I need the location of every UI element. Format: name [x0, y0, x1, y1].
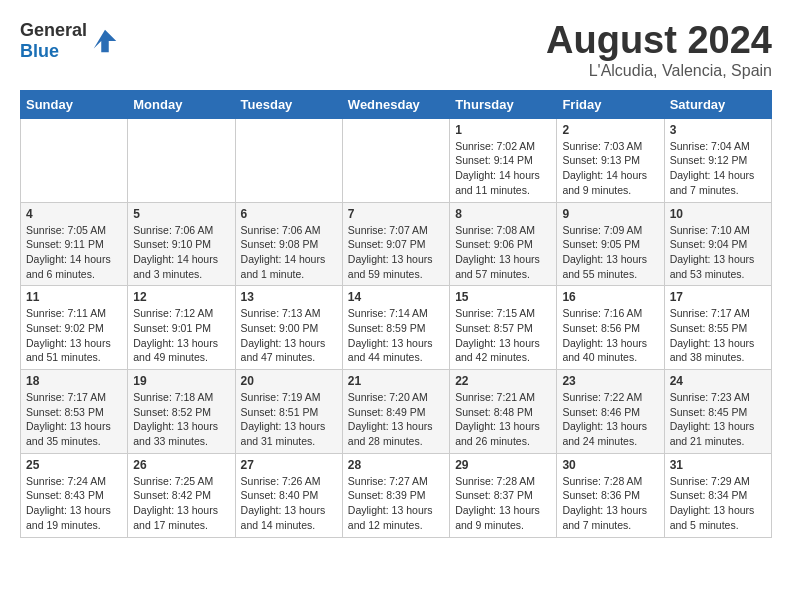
day-info: Sunrise: 7:10 AMSunset: 9:04 PMDaylight:…	[670, 223, 766, 282]
location-title: L'Alcudia, Valencia, Spain	[546, 62, 772, 80]
day-number: 17	[670, 290, 766, 304]
day-cell	[342, 118, 449, 202]
day-info: Sunrise: 7:28 AMSunset: 8:36 PMDaylight:…	[562, 474, 658, 533]
day-info: Sunrise: 7:26 AMSunset: 8:40 PMDaylight:…	[241, 474, 337, 533]
day-info: Sunrise: 7:28 AMSunset: 8:37 PMDaylight:…	[455, 474, 551, 533]
day-cell: 5Sunrise: 7:06 AMSunset: 9:10 PMDaylight…	[128, 202, 235, 286]
week-row-5: 25Sunrise: 7:24 AMSunset: 8:43 PMDayligh…	[21, 453, 772, 537]
logo: General Blue	[20, 20, 120, 62]
day-number: 6	[241, 207, 337, 221]
day-info: Sunrise: 7:06 AMSunset: 9:10 PMDaylight:…	[133, 223, 229, 282]
day-cell: 7Sunrise: 7:07 AMSunset: 9:07 PMDaylight…	[342, 202, 449, 286]
day-cell: 28Sunrise: 7:27 AMSunset: 8:39 PMDayligh…	[342, 453, 449, 537]
day-info: Sunrise: 7:04 AMSunset: 9:12 PMDaylight:…	[670, 139, 766, 198]
header-row: SundayMondayTuesdayWednesdayThursdayFrid…	[21, 90, 772, 118]
day-cell: 29Sunrise: 7:28 AMSunset: 8:37 PMDayligh…	[450, 453, 557, 537]
day-info: Sunrise: 7:11 AMSunset: 9:02 PMDaylight:…	[26, 306, 122, 365]
day-info: Sunrise: 7:23 AMSunset: 8:45 PMDaylight:…	[670, 390, 766, 449]
day-cell: 25Sunrise: 7:24 AMSunset: 8:43 PMDayligh…	[21, 453, 128, 537]
day-info: Sunrise: 7:29 AMSunset: 8:34 PMDaylight:…	[670, 474, 766, 533]
day-cell: 13Sunrise: 7:13 AMSunset: 9:00 PMDayligh…	[235, 286, 342, 370]
day-info: Sunrise: 7:13 AMSunset: 9:00 PMDaylight:…	[241, 306, 337, 365]
day-info: Sunrise: 7:03 AMSunset: 9:13 PMDaylight:…	[562, 139, 658, 198]
day-number: 25	[26, 458, 122, 472]
logo-general: General	[20, 20, 87, 40]
day-info: Sunrise: 7:19 AMSunset: 8:51 PMDaylight:…	[241, 390, 337, 449]
month-title: August 2024	[546, 20, 772, 62]
day-cell	[21, 118, 128, 202]
day-number: 15	[455, 290, 551, 304]
day-info: Sunrise: 7:17 AMSunset: 8:55 PMDaylight:…	[670, 306, 766, 365]
col-header-saturday: Saturday	[664, 90, 771, 118]
day-number: 10	[670, 207, 766, 221]
day-number: 1	[455, 123, 551, 137]
day-info: Sunrise: 7:22 AMSunset: 8:46 PMDaylight:…	[562, 390, 658, 449]
day-number: 29	[455, 458, 551, 472]
day-cell: 22Sunrise: 7:21 AMSunset: 8:48 PMDayligh…	[450, 370, 557, 454]
day-cell: 26Sunrise: 7:25 AMSunset: 8:42 PMDayligh…	[128, 453, 235, 537]
day-cell: 6Sunrise: 7:06 AMSunset: 9:08 PMDaylight…	[235, 202, 342, 286]
col-header-thursday: Thursday	[450, 90, 557, 118]
day-info: Sunrise: 7:08 AMSunset: 9:06 PMDaylight:…	[455, 223, 551, 282]
week-row-1: 1Sunrise: 7:02 AMSunset: 9:14 PMDaylight…	[21, 118, 772, 202]
day-number: 28	[348, 458, 444, 472]
day-info: Sunrise: 7:06 AMSunset: 9:08 PMDaylight:…	[241, 223, 337, 282]
logo-blue: Blue	[20, 41, 59, 61]
day-number: 22	[455, 374, 551, 388]
day-cell: 21Sunrise: 7:20 AMSunset: 8:49 PMDayligh…	[342, 370, 449, 454]
day-cell: 19Sunrise: 7:18 AMSunset: 8:52 PMDayligh…	[128, 370, 235, 454]
title-area: August 2024 L'Alcudia, Valencia, Spain	[546, 20, 772, 80]
col-header-sunday: Sunday	[21, 90, 128, 118]
day-number: 31	[670, 458, 766, 472]
day-number: 13	[241, 290, 337, 304]
day-info: Sunrise: 7:09 AMSunset: 9:05 PMDaylight:…	[562, 223, 658, 282]
week-row-2: 4Sunrise: 7:05 AMSunset: 9:11 PMDaylight…	[21, 202, 772, 286]
day-info: Sunrise: 7:07 AMSunset: 9:07 PMDaylight:…	[348, 223, 444, 282]
day-number: 16	[562, 290, 658, 304]
day-cell: 9Sunrise: 7:09 AMSunset: 9:05 PMDaylight…	[557, 202, 664, 286]
day-number: 19	[133, 374, 229, 388]
day-info: Sunrise: 7:17 AMSunset: 8:53 PMDaylight:…	[26, 390, 122, 449]
day-number: 20	[241, 374, 337, 388]
day-number: 2	[562, 123, 658, 137]
day-info: Sunrise: 7:16 AMSunset: 8:56 PMDaylight:…	[562, 306, 658, 365]
day-cell: 8Sunrise: 7:08 AMSunset: 9:06 PMDaylight…	[450, 202, 557, 286]
day-number: 27	[241, 458, 337, 472]
day-cell: 30Sunrise: 7:28 AMSunset: 8:36 PMDayligh…	[557, 453, 664, 537]
day-info: Sunrise: 7:18 AMSunset: 8:52 PMDaylight:…	[133, 390, 229, 449]
day-number: 23	[562, 374, 658, 388]
day-cell	[128, 118, 235, 202]
col-header-tuesday: Tuesday	[235, 90, 342, 118]
day-number: 9	[562, 207, 658, 221]
day-cell: 17Sunrise: 7:17 AMSunset: 8:55 PMDayligh…	[664, 286, 771, 370]
day-cell: 23Sunrise: 7:22 AMSunset: 8:46 PMDayligh…	[557, 370, 664, 454]
col-header-wednesday: Wednesday	[342, 90, 449, 118]
day-info: Sunrise: 7:15 AMSunset: 8:57 PMDaylight:…	[455, 306, 551, 365]
day-number: 26	[133, 458, 229, 472]
day-number: 11	[26, 290, 122, 304]
day-number: 18	[26, 374, 122, 388]
day-info: Sunrise: 7:20 AMSunset: 8:49 PMDaylight:…	[348, 390, 444, 449]
day-cell: 2Sunrise: 7:03 AMSunset: 9:13 PMDaylight…	[557, 118, 664, 202]
calendar-table: SundayMondayTuesdayWednesdayThursdayFrid…	[20, 90, 772, 538]
day-number: 12	[133, 290, 229, 304]
day-cell: 4Sunrise: 7:05 AMSunset: 9:11 PMDaylight…	[21, 202, 128, 286]
day-info: Sunrise: 7:21 AMSunset: 8:48 PMDaylight:…	[455, 390, 551, 449]
day-cell: 31Sunrise: 7:29 AMSunset: 8:34 PMDayligh…	[664, 453, 771, 537]
day-number: 7	[348, 207, 444, 221]
day-info: Sunrise: 7:05 AMSunset: 9:11 PMDaylight:…	[26, 223, 122, 282]
day-cell: 12Sunrise: 7:12 AMSunset: 9:01 PMDayligh…	[128, 286, 235, 370]
day-info: Sunrise: 7:02 AMSunset: 9:14 PMDaylight:…	[455, 139, 551, 198]
day-info: Sunrise: 7:25 AMSunset: 8:42 PMDaylight:…	[133, 474, 229, 533]
day-cell: 15Sunrise: 7:15 AMSunset: 8:57 PMDayligh…	[450, 286, 557, 370]
col-header-monday: Monday	[128, 90, 235, 118]
day-number: 5	[133, 207, 229, 221]
week-row-4: 18Sunrise: 7:17 AMSunset: 8:53 PMDayligh…	[21, 370, 772, 454]
day-number: 4	[26, 207, 122, 221]
day-number: 3	[670, 123, 766, 137]
day-number: 14	[348, 290, 444, 304]
day-info: Sunrise: 7:24 AMSunset: 8:43 PMDaylight:…	[26, 474, 122, 533]
day-number: 24	[670, 374, 766, 388]
day-cell: 11Sunrise: 7:11 AMSunset: 9:02 PMDayligh…	[21, 286, 128, 370]
day-cell: 27Sunrise: 7:26 AMSunset: 8:40 PMDayligh…	[235, 453, 342, 537]
